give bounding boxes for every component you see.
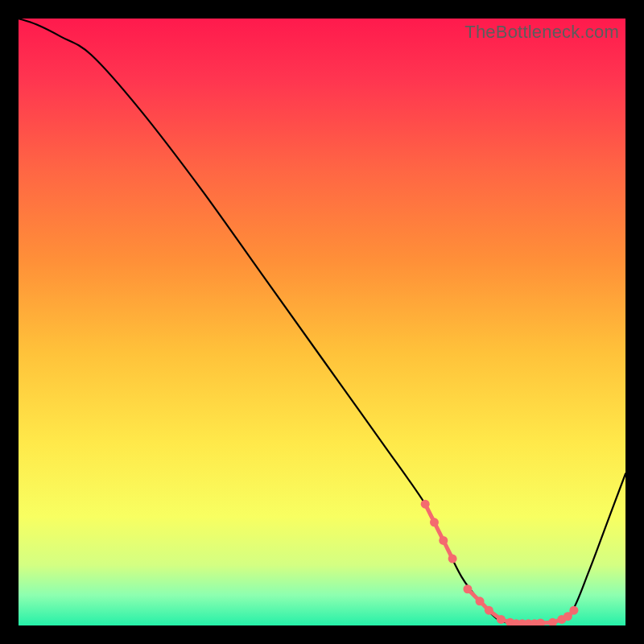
highlight-point xyxy=(548,618,557,625)
highlight-point xyxy=(476,597,485,605)
highlight-point xyxy=(497,615,506,624)
highlight-point xyxy=(569,606,578,615)
curve-layer xyxy=(19,19,625,625)
watermark-text: TheBottleneck.com xyxy=(464,22,619,43)
highlight-point xyxy=(448,555,457,564)
highlight-point xyxy=(430,518,439,526)
chart-frame: { "watermark": "TheBottleneck.com", "col… xyxy=(0,0,644,644)
highlight-point xyxy=(421,500,430,509)
highlight-point xyxy=(439,536,448,545)
trough-markers xyxy=(425,504,574,624)
plot-area: TheBottleneck.com xyxy=(19,19,625,625)
bottleneck-curve xyxy=(19,19,625,624)
highlight-point xyxy=(536,618,545,625)
highlight-point xyxy=(485,606,493,615)
highlight-points xyxy=(421,500,579,625)
highlight-point xyxy=(463,584,472,593)
